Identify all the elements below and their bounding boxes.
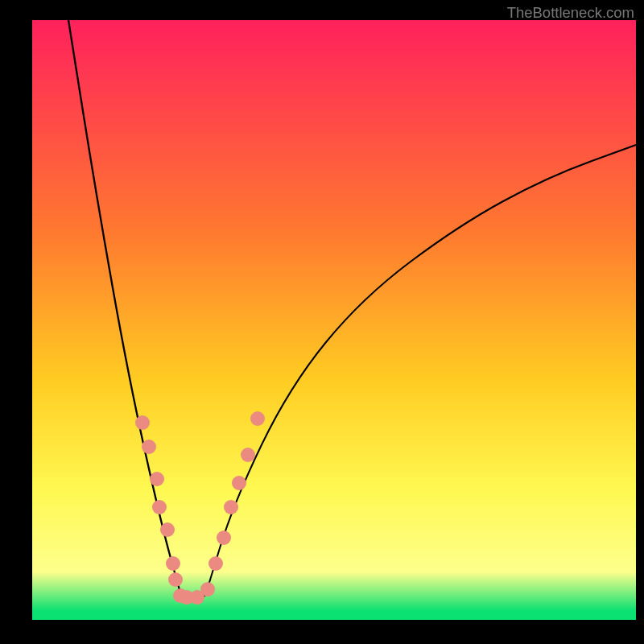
- chart-canvas: [0, 0, 644, 644]
- attribution-text: TheBottleneck.com: [507, 4, 634, 22]
